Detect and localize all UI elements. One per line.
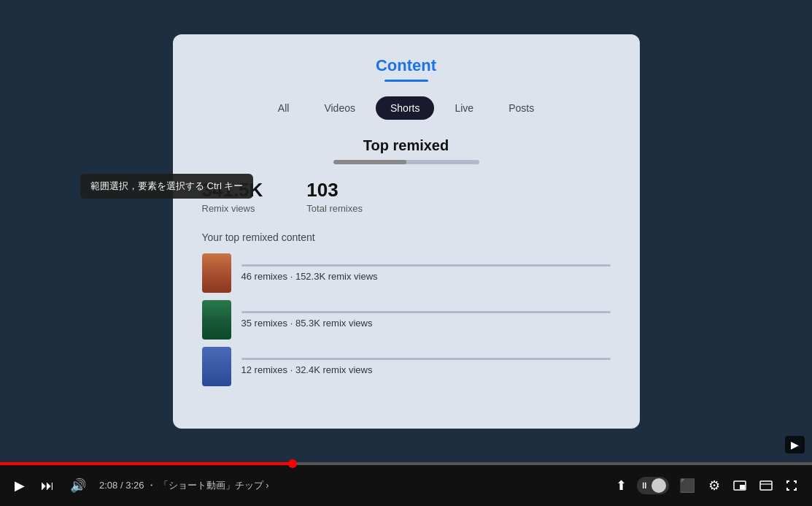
tab-posts[interactable]: Posts: [494, 96, 549, 120]
upload-button[interactable]: ⬆: [613, 475, 630, 497]
subtitles-button[interactable]: ⬛: [676, 475, 698, 497]
stats-row: 341.5K Remix views 103 Total remixes: [202, 179, 611, 214]
tabs-header: Content: [202, 56, 611, 82]
toggle-icon: ⏸: [640, 480, 649, 491]
total-remixes-value: 103: [306, 179, 363, 202]
toggle-knob: [651, 478, 666, 493]
time-display: 2:08 / 3:26 ・ 「ショート動画」チップ ›: [99, 479, 269, 492]
item-bar-2: [241, 311, 611, 313]
progress-fill: [333, 160, 406, 164]
top-content-label: Your top remixed content: [202, 231, 611, 243]
content-items-list: 46 remixes · 152.3K remix views 35 remix…: [202, 253, 611, 386]
item-bar-3: [241, 358, 611, 360]
play-button[interactable]: ▶: [12, 475, 28, 497]
skip-next-button[interactable]: ⏭: [38, 475, 57, 497]
content-title: Content: [202, 56, 611, 75]
chevron-icon: ›: [266, 480, 268, 491]
tab-videos[interactable]: Videos: [309, 96, 370, 120]
thumbnail-2: [202, 300, 231, 340]
progress-dot: [288, 459, 297, 468]
content-card: Content All Videos Shorts Live Posts Top…: [173, 34, 640, 429]
volume-button[interactable]: 🔊: [67, 475, 89, 497]
list-item: 46 remixes · 152.3K remix views: [202, 253, 611, 293]
miniplayer-icon: [733, 480, 746, 491]
player-controls: ▶ ⏭ 🔊 2:08 / 3:26 ・ 「ショート動画」チップ › ⬆ ⏸ ⬛ …: [0, 462, 812, 506]
remix-views-value: 341.5K: [202, 179, 263, 202]
svg-rect-2: [760, 481, 772, 490]
time-current: 2:08: [99, 480, 117, 491]
right-controls: ⬆ ⏸ ⬛ ⚙: [613, 475, 800, 497]
thumbnail-3: [202, 347, 231, 386]
theater-button[interactable]: [757, 478, 776, 494]
pause-toggle[interactable]: ⏸: [637, 477, 669, 494]
fullscreen-icon: [786, 480, 797, 491]
settings-button[interactable]: ⚙: [705, 475, 723, 497]
miniplayer-button[interactable]: [730, 478, 749, 494]
progress-track[interactable]: [0, 462, 812, 465]
fullscreen-button[interactable]: [783, 477, 800, 494]
time-total: 3:26: [125, 480, 144, 491]
progress-played: [0, 462, 293, 465]
item-3-text: 12 remixes · 32.4K remix views: [241, 358, 611, 375]
item-bar-1: [241, 264, 611, 267]
video-title: 「ショート動画」チップ: [159, 480, 263, 491]
theater-icon: [759, 480, 773, 491]
youtube-watermark: ▶: [785, 436, 805, 453]
tab-all[interactable]: All: [263, 96, 304, 120]
youtube-logo-icon: ▶: [791, 439, 799, 451]
list-item: 35 remixes · 85.3K remix views: [202, 300, 611, 340]
item-1-stats: 46 remixes · 152.3K remix views: [241, 271, 611, 282]
thumbnail-1: [202, 253, 231, 293]
tabs-row: All Videos Shorts Live Posts: [202, 96, 611, 120]
total-remixes-label: Total remixes: [306, 203, 363, 214]
stat-total-remixes: 103 Total remixes: [306, 179, 363, 214]
item-2-text: 35 remixes · 85.3K remix views: [241, 311, 611, 329]
tabs-underline: [384, 80, 428, 82]
item-1-text: 46 remixes · 152.3K remix views: [241, 264, 611, 282]
video-area: Content All Videos Shorts Live Posts Top…: [0, 0, 812, 462]
remix-views-label: Remix views: [202, 203, 263, 214]
dot-separator: ・: [147, 480, 156, 491]
item-3-stats: 12 remixes · 32.4K remix views: [241, 364, 611, 375]
item-2-stats: 35 remixes · 85.3K remix views: [241, 318, 611, 329]
list-item: 12 remixes · 32.4K remix views: [202, 347, 611, 386]
controls-row: ▶ ⏭ 🔊 2:08 / 3:26 ・ 「ショート動画」チップ › ⬆ ⏸ ⬛ …: [0, 465, 812, 506]
stat-remix-views: 341.5K Remix views: [202, 179, 263, 214]
svg-rect-1: [740, 485, 745, 489]
section-progress-bar: [333, 160, 479, 164]
tab-shorts[interactable]: Shorts: [376, 96, 434, 120]
section-title: Top remixed: [202, 137, 611, 154]
tab-live[interactable]: Live: [440, 96, 488, 120]
